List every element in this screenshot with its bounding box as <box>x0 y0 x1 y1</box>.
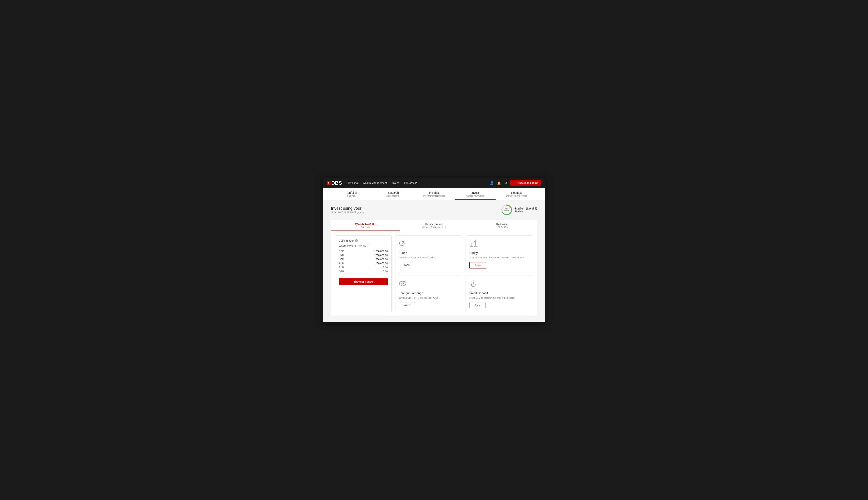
logo-area: X DBS <box>327 180 342 186</box>
equity-icon <box>469 239 529 249</box>
currency-row-hkd: HKD 1,000,000.00 <box>339 254 388 257</box>
portfolio-tabs: Wealth Portfolio S-Account Bank Accounts… <box>331 220 537 231</box>
subnav-invest-sub: Manage your Wealth <box>455 195 496 197</box>
tab-wealth-label: Wealth Portfolio <box>331 223 400 226</box>
funds-desc: Purchase and Redeem Funds Online. <box>399 256 458 259</box>
page-title: Invest using your... <box>331 206 365 211</box>
subnav-research[interactable]: Research Asian Insights <box>372 188 413 200</box>
svg-rect-7 <box>472 243 473 247</box>
nav-banking[interactable]: Banking <box>348 181 358 185</box>
logout-button[interactable]: → Proceed to Logout <box>510 180 541 186</box>
currency-gbp: GBP <box>339 270 344 273</box>
risk-update-link[interactable]: Update <box>515 210 537 213</box>
risk-circle: RiskProfile <box>501 204 513 216</box>
fixed-deposit-card: $ Fixed Deposit Place SGD and foreign cu… <box>466 275 533 312</box>
funds-card: Funds Purchase and Redeem Funds Online. … <box>395 235 462 272</box>
forex-icon: $ € <box>399 280 458 289</box>
currency-eur: EUR <box>339 266 344 269</box>
svg-text:$: $ <box>472 284 474 286</box>
subnav-research-label: Research <box>372 191 413 194</box>
subnav-research-sub: Asian Insights <box>372 195 413 197</box>
equity-card: Equity Trade and monitor shares online i… <box>466 235 533 272</box>
info-icon[interactable]: i <box>355 239 358 242</box>
fixed-deposit-title: Fixed Deposit <box>469 291 529 295</box>
currency-sgd: SGD <box>339 250 344 253</box>
currency-row-gbp: GBP 0.00 <box>339 270 388 273</box>
tab-bank-sub: Current / Savings Account <box>400 226 468 228</box>
transfer-funds-button[interactable]: Transfer Funds <box>339 278 388 285</box>
subnav-portfolios-label: Portfolios <box>331 191 372 194</box>
amount-usd: 250,000.00 <box>376 258 388 261</box>
nav-links: Banking Wealth Management Invest digiPor… <box>348 181 490 185</box>
subnav-portfolios[interactable]: Portfolios Summary <box>331 188 372 200</box>
fixed-deposit-place-button[interactable]: Place <box>469 302 486 308</box>
svg-text:€: € <box>403 282 404 285</box>
subnav-request[interactable]: Request Statements or Services <box>496 188 537 200</box>
logo-icon: X <box>327 181 331 185</box>
bell-icon[interactable]: 🔔 <box>497 181 501 185</box>
currency-hkd: HKD <box>339 254 344 257</box>
nav-wealth[interactable]: Wealth Management <box>363 181 387 185</box>
page-subtitle: 08 Oct 2020 12:49 PM Singapore <box>331 211 365 214</box>
funds-title: Funds <box>399 251 458 254</box>
subnav-invest[interactable]: Invest Manage your Wealth <box>455 188 496 200</box>
equity-desc: Trade and monitor shares online in seven… <box>469 256 529 259</box>
nav-digiportfolio[interactable]: digiPortfolio <box>403 181 417 185</box>
nav-invest[interactable]: Invest <box>391 181 399 185</box>
settings-icon[interactable]: ⚙ <box>504 181 507 185</box>
logo-text: DBS <box>331 180 342 186</box>
tab-retirement[interactable]: Retirement CPF / SRS <box>468 220 537 231</box>
cash-title-text: Cash in Your <box>339 239 354 242</box>
fixed-deposit-icon: $ <box>469 280 529 289</box>
amount-hkd: 1,000,000.00 <box>374 254 388 257</box>
risk-level: Medium (Level 3) <box>515 207 537 210</box>
subnav-request-sub: Statements or Services <box>496 195 537 197</box>
equity-trade-button[interactable]: Trade <box>469 262 486 269</box>
tab-retirement-label: Retirement <box>468 223 537 226</box>
tab-wealth-sub: S-Account <box>331 226 400 228</box>
tab-bank-accounts[interactable]: Bank Accounts Current / Savings Account <box>400 220 468 231</box>
currency-row-sgd: SGD 1,500,000.00 <box>339 250 388 253</box>
subnav-insights-label: Insights <box>413 191 455 194</box>
svg-rect-8 <box>474 242 475 247</box>
cash-card: Cash in Your i Wealth Portfolio S-123456… <box>335 235 391 312</box>
portfolio-name: Wealth Portfolio S-123456-0 <box>339 245 388 248</box>
svg-line-5 <box>402 243 403 245</box>
amount-eur: 0.00 <box>383 266 388 269</box>
page-title-area: Invest using your... 08 Oct 2020 12:49 P… <box>331 206 365 214</box>
forex-card: $ € Foreign Exchange Buy and Sell Major … <box>395 275 462 312</box>
cash-title: Cash in Your i <box>339 239 388 242</box>
forex-invest-button[interactable]: Invest <box>399 302 415 308</box>
amount-aud: 100,000.00 <box>376 262 388 265</box>
nav-right: 👤 🔔 ⚙ → Proceed to Logout <box>490 180 541 186</box>
browser-window: X DBS Banking Wealth Management Invest d… <box>323 178 545 322</box>
currency-row-usd: USD 250,000.00 <box>339 258 388 261</box>
currency-aud: AUD <box>339 262 344 265</box>
subnav-insights[interactable]: Insights Investment Opportunities <box>413 188 455 200</box>
amount-sgd: 1,500,000.00 <box>374 250 388 253</box>
currency-row-eur: EUR 0.00 <box>339 266 388 269</box>
currency-row-aud: AUD 100,000.00 <box>339 262 388 265</box>
forex-title: Foreign Exchange <box>399 291 458 295</box>
svg-text:$: $ <box>401 282 402 285</box>
fixed-deposit-desc: Place SGD and foreign currency fixed dep… <box>469 296 529 299</box>
currency-usd: USD <box>339 258 344 261</box>
tab-wealth-portfolio[interactable]: Wealth Portfolio S-Account <box>331 220 400 231</box>
forex-desc: Buy and Sell Major Currency Pairs Online… <box>399 296 458 299</box>
subnav-portfolios-sub: Summary <box>331 195 372 197</box>
svg-rect-9 <box>476 241 477 247</box>
subnav-invest-label: Invest <box>455 191 496 194</box>
profile-icon[interactable]: 👤 <box>490 181 494 185</box>
subnav-insights-sub: Investment Opportunities <box>413 195 455 197</box>
subnav-request-label: Request <box>496 191 537 194</box>
svg-rect-6 <box>470 245 471 247</box>
funds-invest-button[interactable]: Invest <box>399 262 415 268</box>
funds-icon <box>399 239 458 249</box>
main-content: Invest using your... 08 Oct 2020 12:49 P… <box>323 200 545 322</box>
risk-profile-area: RiskProfile Medium (Level 3) Update <box>501 204 537 216</box>
page-header: Invest using your... 08 Oct 2020 12:49 P… <box>331 204 537 216</box>
tab-bank-label: Bank Accounts <box>400 223 468 226</box>
logout-icon: → <box>513 182 516 184</box>
risk-text-area: Medium (Level 3) Update <box>515 207 537 213</box>
sub-nav: Portfolios Summary Research Asian Insigh… <box>323 188 545 200</box>
